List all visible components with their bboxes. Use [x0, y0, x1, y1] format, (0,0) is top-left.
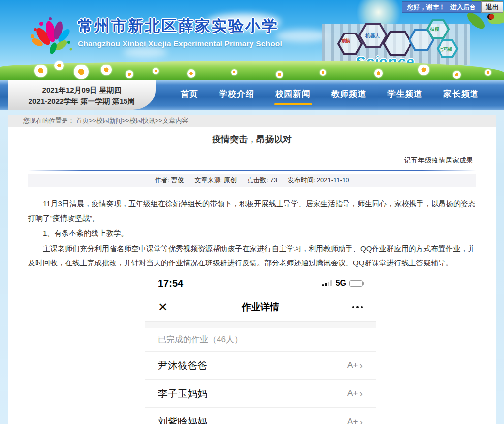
daisy-flower: [418, 65, 429, 75]
cloud-decoration: [123, 47, 167, 58]
nav-item-student-channel[interactable]: 学生频道: [387, 88, 423, 99]
close-icon[interactable]: ✕: [158, 300, 188, 314]
article: 疫情突击，昂扬以对 ————记五年级疫情居家成果 作者: 曹俊 文章来源: 原创…: [8, 127, 496, 424]
parent-name: 刘紫晗妈妈: [158, 415, 207, 424]
title-divider: [28, 170, 476, 171]
admin-backend-link[interactable]: 进入后台: [450, 3, 476, 12]
date-info-box: 2021年12月09日 星期四 2021-2022学年 第一学期 第15周: [8, 80, 156, 110]
account-bar: 您好，谢丰！ 进入后台 退出: [402, 1, 503, 13]
main-nav: 首页 学校介绍 校园新闻 教师频道 学生频道 家长频道: [156, 80, 504, 110]
parent-name: 李子玉妈妈: [158, 387, 207, 400]
battery-icon: [349, 280, 363, 287]
paragraph: 11月3日清晨，疫情突现，五年级组在徐娟萍组长的带领下，积极开展线上导学、居家生…: [28, 196, 476, 225]
daisy-flower: [34, 65, 47, 77]
grade-value: A+: [347, 389, 358, 398]
homework-list-item[interactable]: 刘紫晗妈妈 A+›: [145, 408, 376, 424]
signal-icon: [322, 280, 332, 286]
article-subtitle: ————记五年级疫情居家成果: [28, 156, 476, 165]
svg-text:航模: 航模: [341, 38, 350, 43]
date-line: 2021年12月09日 星期四: [8, 84, 156, 96]
school-logo: [29, 13, 77, 60]
daisy-flower: [187, 69, 195, 78]
daisy-flower: [153, 68, 159, 74]
meta-source: 文章来源: 原创: [194, 176, 236, 184]
homework-list-item[interactable]: 李子玉妈妈 A+›: [145, 380, 376, 408]
network-type: 5G: [336, 279, 346, 288]
semester-line: 2021-2022学年 第一学期 第15周: [8, 96, 156, 107]
daisy-flower: [126, 70, 133, 78]
daisy-flower: [54, 61, 64, 70]
phone-screenshot: 17:54 5G ✕ 作业详情 已完成的作业（46人） 尹沐筱爸爸 A: [145, 271, 376, 424]
daisy-flower: [374, 69, 383, 78]
paragraph: 主课老师们充分利用省名师空中课堂等优秀视频资源帮助孩子在家进行自主学习，利用教师…: [28, 241, 476, 270]
article-title: 疫情突击，昂扬以对: [28, 133, 476, 145]
main-navigation-bar: 2021年12月09日 星期四 2021-2022学年 第一学期 第15周 首页…: [0, 80, 504, 110]
greeting-text: 您好，谢丰！: [407, 3, 445, 12]
meta-publish-time: 发布时间: 2021-11-10: [288, 176, 349, 184]
svg-text:机器人: 机器人: [365, 33, 380, 38]
school-name-block: 常州市新北区薛家实验小学 Changzhou Xinbei Xuejia Exp…: [78, 16, 282, 48]
chevron-right-icon: ›: [359, 416, 363, 424]
chevron-right-icon: ›: [359, 360, 363, 371]
page: 您好，谢丰！ 进入后台 退出: [0, 0, 504, 424]
paragraph: 1、有条不紊的线上教学。: [28, 226, 476, 240]
ladybug-decoration: [487, 14, 494, 20]
daisy-flower: [101, 65, 112, 75]
content-area: 您现在的位置是： 首页>>校园新闻>>校园快讯>>文章内容 疫情突击，昂扬以对 …: [8, 115, 496, 424]
nav-item-home[interactable]: 首页: [181, 88, 198, 99]
daisy-flower: [74, 65, 89, 79]
chevron-right-icon: ›: [359, 388, 363, 399]
phone-nav-bar: ✕ 作业详情: [145, 294, 376, 321]
phone-page-title: 作业详情: [188, 301, 333, 314]
article-body: 11月3日清晨，疫情突现，五年级组在徐娟萍组长的带领下，积极开展线上导学、居家生…: [28, 196, 476, 270]
phone-section-gap: [145, 321, 376, 328]
nav-item-campus-news[interactable]: 校园新闻: [275, 88, 311, 99]
nav-item-teacher-channel[interactable]: 教师频道: [331, 88, 367, 99]
meta-clicks: 点击数: 73: [247, 176, 277, 184]
daisy-flower: [276, 71, 283, 78]
nav-item-school-intro[interactable]: 学校介绍: [219, 88, 254, 99]
svg-text:七巧板: 七巧板: [439, 47, 453, 52]
completed-homework-header: 已完成的作业（46人）: [145, 328, 376, 352]
parent-name: 尹沐筱爸爸: [158, 359, 207, 372]
nav-item-parent-channel[interactable]: 家长频道: [443, 88, 479, 99]
daisy-flower: [485, 69, 491, 76]
svg-text:技模: 技模: [430, 27, 439, 32]
phone-status-bar: 17:54 5G: [145, 271, 376, 294]
logout-button[interactable]: 退出: [481, 1, 503, 13]
school-name-en: Changzhou Xinbei Xuejia Experimental Pri…: [78, 39, 282, 48]
phone-time: 17:54: [158, 278, 183, 289]
daisy-flower: [320, 69, 326, 76]
homework-list-item[interactable]: 尹沐筱爸爸 A+›: [145, 352, 376, 380]
article-meta: 作者: 曹俊 文章来源: 原创 点击数: 73 发布时间: 2021-11-10: [28, 174, 476, 187]
daisy-flower: [231, 69, 237, 75]
grade-value: A+: [347, 360, 358, 370]
breadcrumb: 您现在的位置是： 首页>>校园新闻>>校园快讯>>文章内容: [8, 115, 496, 127]
meta-author: 作者: 曹俊: [155, 176, 184, 184]
school-name-cn: 常州市新北区薛家实验小学: [78, 16, 282, 36]
grade-value: A+: [347, 417, 358, 424]
daisy-flower: [453, 71, 461, 79]
more-icon[interactable]: [333, 306, 363, 309]
